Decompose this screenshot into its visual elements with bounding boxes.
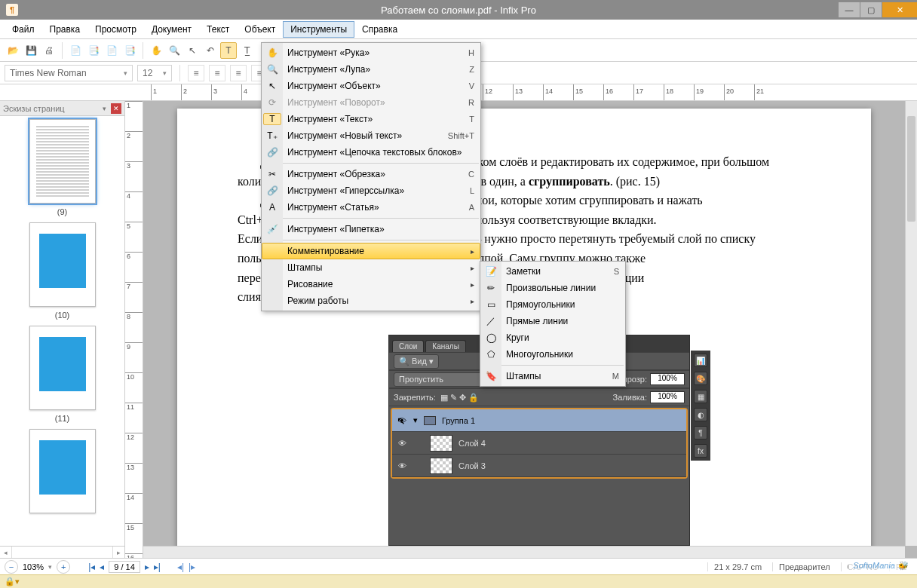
menu-просмотр[interactable]: Просмотр (87, 21, 144, 38)
close-panel-button[interactable]: ✕ (111, 103, 121, 114)
thumbnails-title: Эскизы страниц (3, 104, 65, 113)
menu-hotkey: R (468, 98, 474, 107)
menu-item[interactable]: ✋Инструмент «Рука»H (262, 44, 480, 61)
menu-инструменты[interactable]: Инструменты (283, 21, 354, 38)
menu-item[interactable]: 🔗Инструмент «Цепочка текстовых блоков» (262, 144, 480, 161)
menu-item[interactable]: Режим работы▸ (262, 292, 480, 309)
minimize-button[interactable]: — (839, 2, 860, 17)
submenu-hotkey: M (612, 372, 619, 381)
menu-item-label: Инструмент «Обрезка» (287, 169, 462, 179)
scrollbar-vertical[interactable] (905, 101, 917, 546)
toolbar-button[interactable]: 📑 (121, 42, 138, 59)
font-size-combo[interactable]: 12 ▾ (137, 65, 172, 81)
menu-item-icon: ↖ (263, 81, 281, 91)
menu-item-icon: 💉 (263, 224, 281, 234)
chevron-down-icon[interactable]: ▾ (48, 563, 52, 571)
zoom-in-button[interactable]: + (57, 560, 70, 574)
menu-item[interactable]: Рисование▸ (262, 276, 480, 292)
menu-item[interactable]: Комментирование▸ (262, 243, 480, 259)
scroll-right-icon[interactable]: ▸ (112, 547, 124, 558)
menu-item[interactable]: TИнструмент «Текст»T (262, 111, 480, 127)
align-center-button[interactable]: ≡ (209, 65, 225, 81)
next-page-button[interactable]: ▸ (145, 562, 149, 572)
menu-item[interactable]: Штампы▸ (262, 259, 480, 276)
toolbar-button[interactable]: 📂 (5, 42, 21, 59)
toolbar-button[interactable]: ↶ (202, 42, 219, 59)
thumbnails-scrollbar[interactable]: ◂ ▸ (0, 546, 124, 558)
chevron-down-icon: ▾ (124, 69, 127, 77)
font-family-combo[interactable]: Times New Roman ▾ (5, 65, 133, 81)
dropdown-icon[interactable]: ▾ (99, 103, 109, 114)
thumbnail[interactable] (0, 429, 124, 516)
submenu-item[interactable]: 📝ЗаметкиS (480, 263, 625, 280)
ruler-tick: 15 (125, 523, 143, 553)
layer-row: 👁 Слой 3 (392, 455, 686, 477)
menu-справка[interactable]: Справка (354, 21, 405, 38)
thumbnails-list[interactable]: (9)(10)(11) (0, 116, 124, 546)
submenu-item-label: Круги (506, 332, 613, 343)
maximize-button[interactable]: ▢ (860, 2, 882, 17)
toolbar-button[interactable]: ✋ (148, 42, 164, 59)
menu-item[interactable]: 🔗Инструмент «Гиперссылка»L (262, 182, 480, 199)
zoom-out-button[interactable]: − (5, 560, 18, 574)
toolbar-button[interactable]: T (220, 42, 237, 59)
toolbar-button[interactable]: 📄 (103, 42, 120, 59)
menu-item-label: Инструмент «Пипетка» (287, 224, 468, 234)
submenu-item[interactable]: ／Прямые линии (480, 313, 625, 329)
toolbar-button[interactable]: ↖ (184, 42, 201, 59)
toolbar-button[interactable]: 📑 (85, 42, 102, 59)
menu-текст[interactable]: Текст (199, 21, 237, 38)
submenu-item[interactable]: 🔖ШтампыM (480, 368, 625, 384)
submenu-item[interactable]: ◯Круги (480, 329, 625, 346)
scrollbar-horizontal[interactable] (143, 546, 905, 558)
toolbar-button[interactable]: 📄 (67, 42, 84, 59)
menu-item-icon: A (263, 202, 281, 213)
submenu-item[interactable]: ✏Произвольные линии (480, 280, 625, 296)
menu-item-icon: 🔗 (263, 147, 281, 158)
thumbnail-caption: (9) (0, 207, 124, 216)
close-button[interactable]: ✕ (882, 2, 917, 17)
submenu-item[interactable]: ⬠Многоугольники (480, 346, 625, 363)
visibility-icon: 👁 (397, 439, 407, 448)
prev-page-button[interactable]: ◂ (100, 562, 104, 572)
menu-item[interactable]: ↖Инструмент «Объект»V (262, 78, 480, 94)
menu-separator (283, 163, 479, 164)
scroll-left-icon[interactable]: ◂ (0, 547, 12, 558)
menu-item-icon: T (263, 113, 281, 125)
thumbnail[interactable]: (11) (0, 326, 124, 423)
ruler-tick: 8 (125, 312, 143, 342)
commenting-submenu: 📝ЗаметкиS✏Произвольные линии▭Прямоугольн… (480, 261, 626, 387)
toolbar-button[interactable]: T̲ (238, 42, 255, 59)
last-page-button[interactable]: ▸| (154, 562, 161, 572)
nav-forward-button[interactable]: |▸ (189, 562, 195, 572)
menu-item[interactable]: 💉Инструмент «Пипетка» (262, 221, 480, 237)
toolbar-button[interactable]: 🖨 (41, 42, 57, 59)
thumbnail[interactable]: (9) (0, 119, 124, 216)
menu-hotkey: T (469, 115, 474, 124)
view-button: 🔍 Вид ▾ (394, 354, 439, 369)
submenu-item[interactable]: ▭Прямоугольники (480, 296, 625, 313)
menu-объект[interactable]: Объект (237, 21, 283, 38)
align-right-button[interactable]: ≡ (230, 65, 247, 81)
menu-правка[interactable]: Правка (42, 21, 88, 38)
page-indicator[interactable]: 9 / 14 (109, 561, 140, 573)
submenu-arrow-icon: ▸ (471, 280, 474, 289)
menu-item[interactable]: T₊Инструмент «Новый текст»Shift+T (262, 127, 480, 144)
menu-item[interactable]: 🔍Инструмент «Лупа»Z (262, 61, 480, 78)
menu-документ[interactable]: Документ (144, 21, 199, 38)
menu-item[interactable]: ✂Инструмент «Обрезка»C (262, 166, 480, 182)
lock-icon: 🔒▾ (5, 577, 20, 586)
ruler-tick: 3 (211, 84, 241, 100)
menu-файл[interactable]: Файл (5, 21, 42, 38)
ruler-tick: 1 (151, 84, 181, 100)
toolbar-button[interactable]: 💾 (23, 42, 39, 59)
menu-item[interactable]: AИнструмент «Статья»A (262, 199, 480, 216)
thumbnail-caption: (10) (0, 311, 124, 320)
window-title: Работаем со слоями.pdf - Infix Pro (0, 5, 917, 16)
thumbnail[interactable]: (10) (0, 222, 124, 320)
menu-item-label: Инструмент «Поворот» (287, 97, 462, 108)
first-page-button[interactable]: |◂ (88, 562, 95, 572)
toolbar-button[interactable]: 🔍 (166, 42, 182, 59)
align-left-button[interactable]: ≡ (188, 65, 204, 81)
nav-back-button[interactable]: ◂| (177, 562, 184, 572)
